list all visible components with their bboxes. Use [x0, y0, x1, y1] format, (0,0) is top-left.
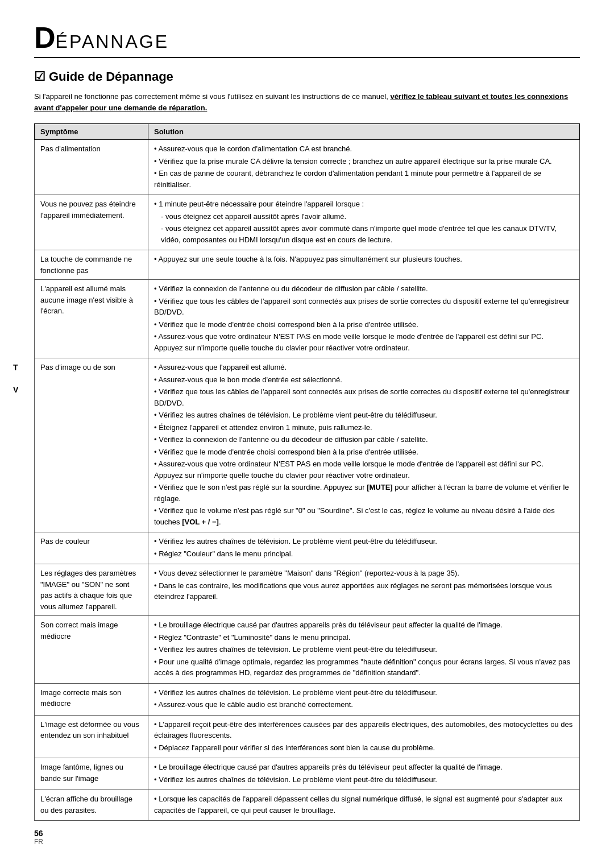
list-item: Vérifiez les autres chaînes de télévisio…	[154, 774, 574, 786]
symptom-cell: Les réglages des paramètres "IMAGE" ou "…	[35, 564, 148, 616]
page-number: 56	[34, 829, 580, 838]
solution-list: Lorsque les capacités de l'appareil dépa…	[154, 793, 574, 816]
list-item: Réglez "Couleur" dans le menu principal.	[154, 548, 574, 560]
col-symptome-header: Symptôme	[35, 124, 148, 140]
solution-list: Le brouillage électrique causé par d'aut…	[154, 619, 574, 679]
table-row: Image correcte mais son médiocreVérifiez…	[35, 683, 580, 715]
list-item: Assurez-vous que votre ordinateur N'EST …	[154, 331, 574, 353]
solution-list: 1 minute peut-être nécessaire pour étein…	[154, 199, 574, 245]
solution-list: Assurez-vous que le cordon d'alimentatio…	[154, 143, 574, 190]
solution-list: Vérifiez les autres chaînes de télévisio…	[154, 687, 574, 710]
margin-letters: TV	[13, 362, 18, 396]
list-item: Appuyez sur une seule touche à la fois. …	[154, 254, 574, 265]
list-item: Vérifiez les autres chaînes de télévisio…	[154, 536, 574, 547]
table-row: Les réglages des paramètres "IMAGE" ou "…	[35, 564, 580, 616]
list-item: Assurez-vous que le bon mode d'entrée es…	[154, 374, 574, 386]
list-item-dash: - vous éteignez cet appareil aussitôt ap…	[155, 211, 574, 222]
list-item: Vérifiez les autres chaînes de télévisio…	[154, 687, 574, 698]
footer-lang: FR	[34, 838, 580, 846]
table-row: L'appareil est allumé mais aucune image …	[35, 280, 580, 358]
table-row: Son correct mais image médiocreLe brouil…	[35, 616, 580, 684]
solution-list: Vous devez sélectionner le paramètre "Ma…	[154, 568, 574, 602]
symptom-cell: L'appareil est allumé mais aucune image …	[35, 280, 148, 358]
guide-title: ☑ Guide de Dépannage	[34, 69, 580, 84]
symptom-cell: Pas d'alimentation	[35, 140, 148, 195]
symptom-cell: Image fantôme, lignes ou bande sur l'ima…	[35, 758, 148, 790]
list-item: Déplacez l'appareil pour vérifier si des…	[154, 742, 574, 754]
col-solution-header: Solution	[148, 124, 580, 140]
solution-cell: Vérifiez les autres chaînes de télévisio…	[148, 683, 580, 715]
symptom-cell: Pas de couleur	[35, 532, 148, 564]
table-row: Image fantôme, lignes ou bande sur l'ima…	[35, 758, 580, 790]
header-d-letter: D	[34, 23, 56, 52]
solution-cell: Vérifiez les autres chaînes de télévisio…	[148, 532, 580, 564]
list-item: Le brouillage électrique causé par d'aut…	[154, 762, 574, 773]
list-item: Vérifiez que la prise murale CA délivre …	[154, 156, 574, 167]
solution-list: Vérifiez la connexion de l'antenne ou du…	[154, 283, 574, 353]
margin-letter-v: V	[13, 384, 18, 396]
symptom-cell: L'image est déformée ou vous entendez un…	[35, 715, 148, 758]
troubleshoot-table: Symptôme Solution Pas d'alimentationAssu…	[34, 123, 580, 821]
list-item: Vérifiez que tous les câbles de l'appare…	[154, 386, 574, 408]
intro-paragraph: Si l'appareil ne fonctionne pas correcte…	[34, 91, 580, 113]
list-item: Assurez-vous que l'appareil est allumé.	[154, 362, 574, 373]
list-item: Assurez-vous que le cordon d'alimentatio…	[154, 143, 574, 155]
troubleshoot-table-wrapper: Symptôme Solution Pas d'alimentationAssu…	[34, 123, 580, 821]
intro-normal-text: Si l'appareil ne fonctionne pas correcte…	[34, 92, 388, 101]
margin-letter-t: T	[13, 362, 18, 374]
list-item: Vérifiez que le volume n'est pas réglé s…	[154, 505, 574, 527]
solution-cell: Le brouillage électrique causé par d'aut…	[148, 616, 580, 684]
solution-cell: 1 minute peut-être nécessaire pour étein…	[148, 195, 580, 250]
list-item: Vérifiez que le mode d'entrée choisi cor…	[154, 447, 574, 458]
list-item: Vérifiez que le son n'est pas réglé sur …	[154, 482, 574, 504]
table-row: L'écran affiche du brouillage ou des par…	[35, 790, 580, 821]
table-row: Pas de couleurVérifiez les autres chaîne…	[35, 532, 580, 564]
header-rest-title: ÉPANNAGE	[56, 31, 169, 52]
solution-cell: Vous devez sélectionner le paramètre "Ma…	[148, 564, 580, 616]
list-item: Vérifiez que le mode d'entrée choisi cor…	[154, 319, 574, 330]
list-item: Lorsque les capacités de l'appareil dépa…	[154, 793, 574, 816]
table-row: TVPas d'image ou de sonAssurez-vous que …	[35, 358, 580, 532]
solution-list: Appuyez sur une seule touche à la fois. …	[154, 254, 574, 265]
symptom-cell: L'écran affiche du brouillage ou des par…	[35, 790, 148, 821]
list-item-dash: - vous éteignez cet appareil aussitôt ap…	[155, 223, 574, 245]
list-item: L'appareil reçoit peut-être des interfér…	[154, 719, 574, 741]
table-row: Pas d'alimentationAssurez-vous que le co…	[35, 140, 580, 195]
list-item: Vérifiez la connexion de l'antenne ou du…	[154, 434, 574, 445]
symptom-cell: TVPas d'image ou de son	[35, 358, 148, 532]
list-item: Dans le cas contraire, les modifications…	[154, 580, 574, 602]
page-header: DÉPANNAGE	[34, 23, 580, 58]
guide-title-text: Guide de Dépannage	[49, 69, 173, 84]
solution-cell: Le brouillage électrique causé par d'aut…	[148, 758, 580, 790]
list-item: Assurez-vous que votre ordinateur N'EST …	[154, 458, 574, 481]
footer: 56 FR	[34, 829, 580, 846]
symptom-cell: Vous ne pouvez pas éteindre l'appareil i…	[35, 195, 148, 250]
checkbox-icon: ☑	[34, 69, 45, 84]
list-item: Vérifiez les autres chaînes de télévisio…	[154, 410, 574, 421]
symptom-cell: Image correcte mais son médiocre	[35, 683, 148, 715]
solution-cell: Vérifiez la connexion de l'antenne ou du…	[148, 280, 580, 358]
list-item: Vérifiez que tous les câbles de l'appare…	[154, 296, 574, 318]
list-item: 1 minute peut-être nécessaire pour étein…	[154, 199, 574, 210]
list-item: Vérifiez la connexion de l'antenne ou du…	[154, 283, 574, 295]
list-item: Assurez-vous que le câble audio est bran…	[154, 699, 574, 710]
solution-cell: Assurez-vous que le cordon d'alimentatio…	[148, 140, 580, 195]
list-item: Vérifiez les autres chaînes de télévisio…	[154, 644, 574, 655]
solution-cell: Appuyez sur une seule touche à la fois. …	[148, 250, 580, 280]
solution-list: Vérifiez les autres chaînes de télévisio…	[154, 536, 574, 559]
symptom-cell: Son correct mais image médiocre	[35, 616, 148, 684]
solution-list: Assurez-vous que l'appareil est allumé.A…	[154, 362, 574, 527]
list-item: Vous devez sélectionner le paramètre "Ma…	[154, 568, 574, 579]
table-row: L'image est déformée ou vous entendez un…	[35, 715, 580, 758]
solution-list: L'appareil reçoit peut-être des interfér…	[154, 719, 574, 754]
solution-cell: L'appareil reçoit peut-être des interfér…	[148, 715, 580, 758]
list-item: En cas de panne de courant, débranchez l…	[154, 168, 574, 190]
guide-title-section: ☑ Guide de Dépannage	[34, 69, 580, 84]
list-item: Éteignez l'appareil et attendez environ …	[154, 422, 574, 433]
list-item: Le brouillage électrique causé par d'aut…	[154, 619, 574, 631]
page-header-title: DÉPANNAGE	[34, 23, 580, 52]
solution-cell: Assurez-vous que l'appareil est allumé.A…	[148, 358, 580, 532]
symptom-cell: La touche de commande ne fonctionne pas	[35, 250, 148, 280]
solution-cell: Lorsque les capacités de l'appareil dépa…	[148, 790, 580, 821]
list-item: Pour une qualité d'image optimale, regar…	[154, 656, 574, 679]
